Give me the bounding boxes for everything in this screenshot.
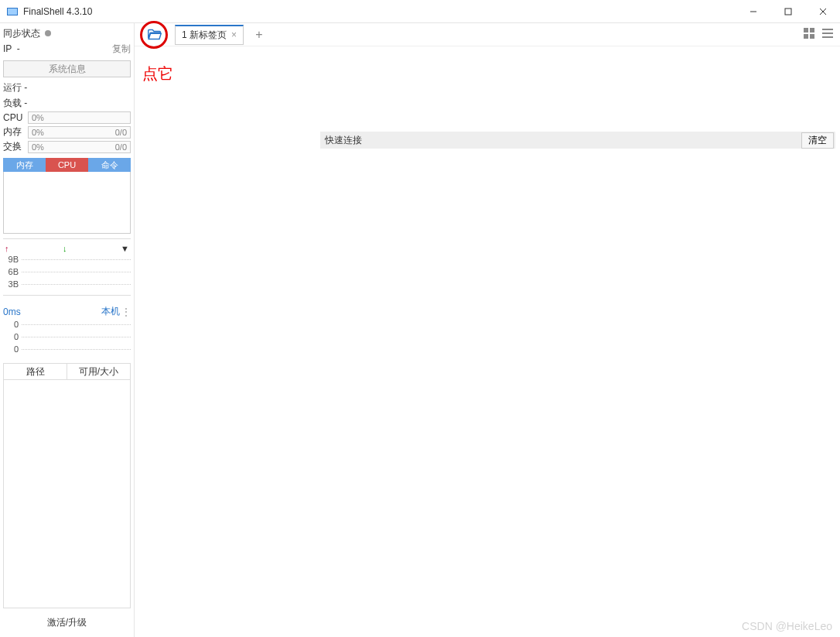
svg-rect-9 xyxy=(810,34,814,39)
swap-fraction: 0/0 xyxy=(115,142,127,152)
sync-status-label: 同步状态 xyxy=(3,27,40,40)
memory-bar: 0% 0/0 xyxy=(28,126,131,139)
load-label: 负载 xyxy=(3,97,22,110)
quick-connect-bar: 快速连接 清空 xyxy=(320,132,835,149)
tabbar: 1 新标签页 × + xyxy=(135,23,840,46)
upload-arrow-icon: ↑ xyxy=(5,244,9,253)
tab-close-icon[interactable]: × xyxy=(231,29,237,40)
cpu-value: 0% xyxy=(32,113,44,122)
running-label: 运行 xyxy=(3,81,22,94)
cpu-label: CPU xyxy=(3,112,25,123)
main-area: 1 新标签页 × + 点它 快速连接 清空 CSDN @HeikeLeo xyxy=(135,23,840,637)
memory-value: 0% xyxy=(32,128,44,137)
maximize-button[interactable] xyxy=(770,0,805,23)
resource-subtabs: 内存 CPU 命令 xyxy=(3,158,131,172)
close-button[interactable] xyxy=(805,0,840,23)
window-title: FinalShell 4.3.10 xyxy=(23,6,92,17)
svg-rect-3 xyxy=(785,9,791,15)
spark-label: 6B xyxy=(3,267,19,276)
resource-chart xyxy=(3,172,131,234)
load-value: - xyxy=(24,98,27,108)
swap-value: 0% xyxy=(32,142,44,152)
cpu-bar: 0% xyxy=(28,111,131,124)
minimize-button[interactable] xyxy=(736,0,770,23)
open-connection-manager-button[interactable] xyxy=(141,23,169,46)
app-icon xyxy=(6,5,19,18)
swap-bar: 0% 0/0 xyxy=(28,141,131,153)
latency-mark: 0 xyxy=(3,332,19,341)
sidebar: 同步状态 IP - 复制 系统信息 运行 - 负载 - CPU 0% 内存 0%… xyxy=(0,23,135,637)
annotation-text: 点它 xyxy=(142,63,173,84)
download-arrow-icon: ↓ xyxy=(63,244,67,253)
sync-status-indicator-icon xyxy=(45,30,51,36)
list-view-icon[interactable] xyxy=(821,27,834,42)
titlebar: FinalShell 4.3.10 xyxy=(0,0,840,23)
watermark: CSDN @HeikeLeo xyxy=(742,620,832,632)
disk-table-header: 路径 可用/大小 xyxy=(3,363,131,380)
latency-sparkline: 0 0 0 xyxy=(3,318,131,355)
memory-fraction: 0/0 xyxy=(115,128,127,137)
resize-grip-icon[interactable]: ⋮ xyxy=(121,307,131,317)
latency-value: 0ms xyxy=(3,307,21,317)
tab-label: 1 新标签页 xyxy=(182,29,227,42)
swap-label: 交换 xyxy=(3,140,25,153)
svg-rect-7 xyxy=(810,28,814,33)
sync-status-row: 同步状态 xyxy=(3,26,131,40)
svg-rect-6 xyxy=(804,28,808,33)
svg-rect-8 xyxy=(804,34,808,39)
tab-new[interactable]: 1 新标签页 × xyxy=(175,25,244,45)
svg-rect-1 xyxy=(8,9,17,15)
clear-button[interactable]: 清空 xyxy=(801,132,834,149)
activate-upgrade-link[interactable]: 激活/升级 xyxy=(3,608,131,637)
disk-col-avail[interactable]: 可用/大小 xyxy=(67,364,130,379)
ip-label: IP - xyxy=(3,43,20,54)
subtab-command[interactable]: 命令 xyxy=(88,158,131,172)
subtab-memory[interactable]: 内存 xyxy=(3,158,46,172)
grid-view-icon[interactable] xyxy=(803,27,815,42)
running-value: - xyxy=(24,82,27,93)
disk-col-path[interactable]: 路径 xyxy=(4,364,67,379)
latency-mark: 0 xyxy=(3,344,19,354)
subtab-cpu[interactable]: CPU xyxy=(46,158,88,172)
copy-ip-button[interactable]: 复制 xyxy=(112,43,131,56)
system-info-button[interactable]: 系统信息 xyxy=(3,60,131,77)
folder-open-icon xyxy=(146,26,163,43)
network-sparkline: 9B 6B 3B xyxy=(3,253,131,290)
quick-connect-label: 快速连接 xyxy=(322,134,362,147)
spark-label: 3B xyxy=(3,279,19,289)
add-tab-button[interactable]: + xyxy=(251,28,267,42)
spark-label: 9B xyxy=(3,255,19,264)
memory-label: 内存 xyxy=(3,125,25,139)
latency-host[interactable]: 本机 xyxy=(101,305,120,318)
latency-mark: 0 xyxy=(3,320,19,329)
disk-table-body xyxy=(3,380,131,608)
window-controls xyxy=(736,0,840,23)
chevron-down-icon[interactable]: ▼ xyxy=(121,244,129,253)
